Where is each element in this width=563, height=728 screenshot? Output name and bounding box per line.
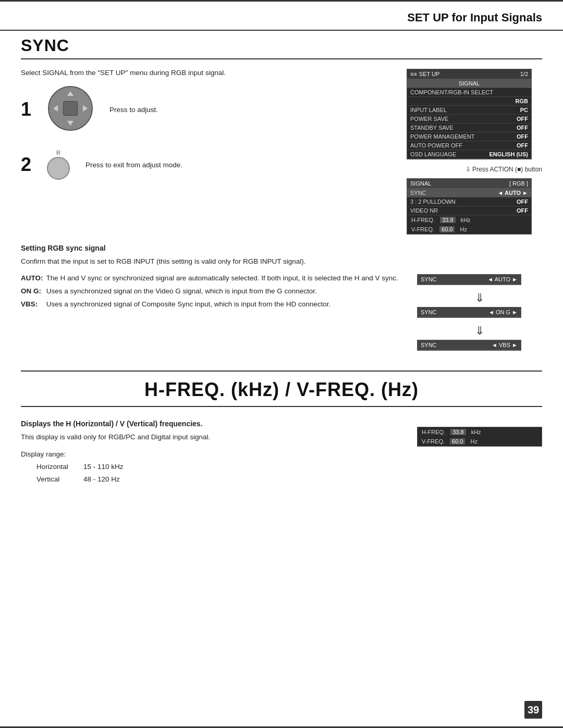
osd-power-mgmt-key: POWER MANAGEMENT [410,133,474,140]
signal-osd-header: SIGNAL [ RGB ] [407,179,531,189]
vfreq-display-label: V-FREQ. [422,438,445,445]
osd-standby-save-value: OFF [517,125,528,131]
header-bar: SET UP for Input Signals [0,2,563,31]
hfreq-label: H-FREQ. [411,217,435,223]
step-1-description: Press to adjust. [109,106,158,114]
signal-pulldown-label: 3 : 2 PULLDOWN [410,199,456,205]
signal-videonr-row: VIDEO NR OFF [407,206,531,215]
hfreq-body: This display is valid only for RGB/PC an… [21,432,407,442]
sync-section-title: SYNC [21,31,542,59]
signal-pulldown-value: OFF [517,199,528,205]
hfreq-section-title: H-FREQ. (kHz) / V-FREQ. (Hz) [21,371,542,407]
hfreq-display-unit: kHz [471,429,481,435]
sync-vbs-desc: Uses a synchronized signal of Composite … [46,300,331,308]
r-button[interactable] [47,157,70,180]
osd-input-label-key: INPUT LABEL [410,107,447,113]
vfreq-unit: Hz [460,226,467,232]
vfreq-display-row: V-FREQ. 60.0 Hz [418,437,542,446]
osd-power-save-row: POWER SAVE OFF [407,115,531,124]
osd-setup-header: ≡≡ SET UP 1/2 [407,69,531,79]
display-range-label: Display range: [21,450,66,458]
sync-ong-panel: SYNC ◄ ON G ► [417,307,521,318]
osd-auto-power-value: OFF [517,142,528,149]
signal-vfreq-row: V-FREQ. 60.0 Hz [407,225,531,234]
steps-and-ui: Select SIGNAL from the "SET UP" menu dur… [21,69,542,239]
signal-osd-panel: SIGNAL [ RGB ] SYNC ◄ AUTO ► 3 : 2 PULLD… [407,178,532,235]
sync-auto-option: AUTO: The H and V sync or synchronized s… [21,274,407,282]
sync-vbs-option: VBS: Uses a synchronized signal of Compo… [21,300,407,308]
signal-header-label: SIGNAL [410,180,431,187]
r-button-container: R [47,150,70,180]
sync-ong-option: ON G: Uses a synchronized signal on the … [21,287,407,295]
sync-vbs-label: VBS: [21,300,44,308]
osd-header-label: SET UP [419,71,440,77]
step-2-row: 2 R Press to exit from adjust mode. [21,150,396,180]
dpad[interactable] [48,86,93,131]
sync-auto-panel: SYNC ◄ AUTO ► [417,274,521,285]
hfreq-display-value: 33.8 [450,429,466,435]
vertical-range: 48 - 120 Hz [83,473,407,486]
sync-auto-header-label: SYNC [421,276,437,282]
osd-power-save-key: POWER SAVE [410,116,448,122]
page-title: SET UP for Input Signals [407,11,542,24]
vfreq-value: 60.0 [439,226,455,232]
osd-rgb-value: RGB [516,98,528,104]
vfreq-display-unit: Hz [470,438,477,445]
sync-auto-header-value: ◄ AUTO ► [487,276,518,282]
sync-ong-header: SYNC ◄ ON G ► [418,307,521,317]
dpad-arrow-right-icon [83,105,88,112]
setting-rgb-container: Setting RGB sync signal Confirm that the… [21,244,542,267]
step-1-row: 1 Press to adjust. [21,86,396,133]
hfreq-subtitle: Displays the H (Horizontal) / V (Vertica… [21,419,407,428]
osd-header-icon: ≡≡ SET UP [410,71,439,77]
signal-hfreq-row: H-FREQ. 33.8 kHz [407,215,531,225]
osd-language-row: OSD LANGUAGE ENGLISH (US) [407,150,531,159]
signal-sync-label: SYNC [410,190,426,196]
sync-options-text: AUTO: The H and V sync or synchronized s… [21,274,407,355]
display-range-values: Horizontal 15 - 110 kHz Vertical 48 - 12… [36,461,407,486]
sync-auto-label: AUTO: [21,274,44,282]
osd-standby-save-key: STANDBY SAVE [410,125,454,131]
setting-rgb-title: Setting RGB sync signal [21,244,542,252]
osd-language-key: OSD LANGUAGE [410,151,456,157]
sync-vbs-header-value: ◄ VBS ► [492,342,518,348]
sync-options-panels: SYNC ◄ AUTO ► ⇓ SYNC ◄ ON G ► ⇓ SYNC ◄ V… [417,274,542,355]
press-action-note: ⇩ Press ACTION (■) button [407,166,542,173]
osd-input-label-value: PC [520,107,528,113]
steps-col: Select SIGNAL from the "SET UP" menu dur… [21,69,396,196]
dpad-arrow-down-icon [67,121,74,126]
hfreq-text-col: Displays the H (Horizontal) / V (Vertica… [21,416,407,486]
osd-input-label-row: INPUT LABEL PC [407,106,531,115]
grid-icon: ≡≡ [410,71,417,77]
sync-auto-desc: The H and V sync or synchronized signal … [46,274,398,282]
osd-standby-save-row: STANDBY SAVE OFF [407,124,531,132]
page-content: SYNC Select SIGNAL from the "SET UP" men… [0,31,563,507]
dpad-center-button[interactable] [63,101,78,116]
signal-videonr-value: OFF [517,207,528,214]
signal-sync-row: SYNC ◄ AUTO ► [407,189,531,198]
osd-rgb-value-row: RGB [407,97,531,106]
hfreq-value: 33.8 [440,217,455,223]
sync-ong-desc: Uses a synchronized signal on the Video … [46,287,317,295]
osd-power-mgmt-value: OFF [517,133,528,140]
arrow-down-1: ⇓ [417,292,542,304]
r-label: R [56,150,60,156]
dpad-arrow-up-icon [67,91,74,96]
horizontal-range: 15 - 110 kHz [83,461,407,473]
vfreq-label: V-FREQ. [411,226,434,232]
osd-component-rgb-label: COMPONENT/RGB-IN SELECT [410,89,493,95]
hfreq-display-row: H-FREQ. 33.8 kHz [418,427,542,437]
setup-osd-panel: ≡≡ SET UP 1/2 SIGNAL COMPONENT/RGB-IN SE… [407,69,532,159]
sync-ong-header-value: ◄ ON G ► [488,309,518,315]
osd-signal-highlighted: SIGNAL [407,79,531,88]
osd-component-rgb-row: COMPONENT/RGB-IN SELECT [407,88,531,97]
horizontal-axis: Horizontal [36,461,83,473]
signal-videonr-label: VIDEO NR [410,207,438,214]
sync-vbs-header: SYNC ◄ VBS ► [418,340,521,350]
sync-intro-text: Select SIGNAL from the "SET UP" menu dur… [21,69,396,77]
vertical-axis: Vertical [36,473,83,486]
sync-vbs-header-label: SYNC [421,342,437,348]
step-2-number: 2 [21,154,36,176]
dpad-control[interactable] [47,86,94,133]
setting-rgb-body: Confirm that the input is set to RGB INP… [21,256,542,267]
